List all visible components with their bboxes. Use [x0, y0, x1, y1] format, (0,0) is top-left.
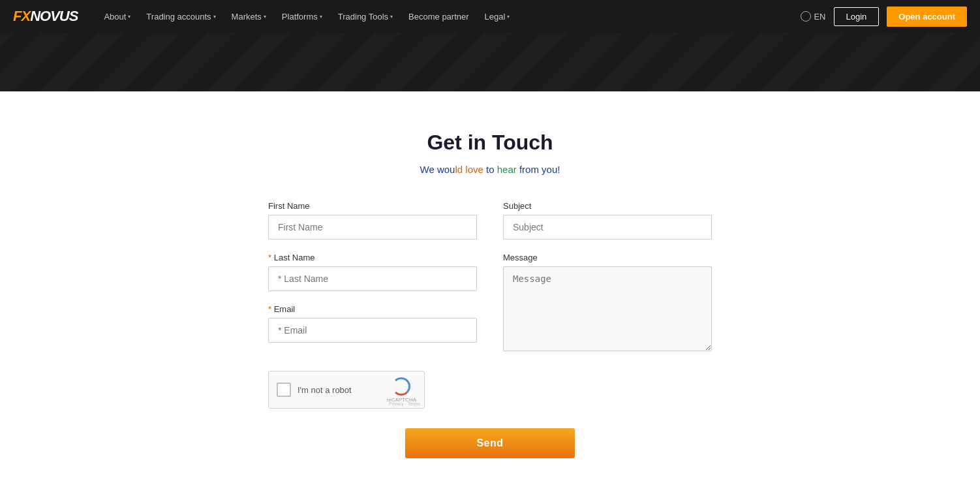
brand-logo[interactable]: FXNOVUS [13, 8, 78, 25]
nav-platforms[interactable]: Platforms ▾ [275, 0, 329, 33]
page-title: Get in Touch [268, 131, 712, 155]
navbar: FXNOVUS About ▾ Trading accounts ▾ Marke… [0, 0, 980, 33]
last-name-input[interactable] [268, 266, 477, 291]
subtitle-love: ld [455, 164, 463, 175]
email-group: * Email [268, 304, 477, 343]
message-group: Message [503, 253, 712, 351]
subtitle-from: from you! [517, 164, 560, 175]
nav-become-partner[interactable]: Become partner [402, 0, 476, 33]
last-name-label: * Last Name [268, 253, 477, 262]
recaptcha-checkbox[interactable] [277, 383, 291, 397]
recaptcha-spinner-icon [392, 377, 410, 396]
message-textarea[interactable] [503, 266, 712, 351]
nav-trading-tools[interactable]: Trading Tools ▾ [331, 0, 399, 33]
email-input[interactable] [268, 318, 477, 343]
recaptcha-privacy-text: Privacy - Terms [389, 401, 420, 406]
email-required-star: * [268, 304, 274, 314]
send-button[interactable]: Send [405, 428, 575, 458]
language-selector[interactable]: EN [801, 11, 825, 22]
first-name-group: First Name [268, 201, 477, 240]
contact-form: First Name * Last Name * Email Subject [268, 201, 712, 351]
lang-label: EN [814, 12, 825, 22]
markets-dropdown-arrow: ▾ [264, 14, 266, 20]
last-name-required-star: * [268, 253, 274, 262]
send-button-wrapper: Send [268, 428, 712, 458]
form-left-col: First Name * Last Name * Email [268, 201, 477, 351]
subtitle-hear: hear [497, 164, 517, 175]
logo-fx: FX [13, 8, 30, 25]
trading-tools-dropdown-arrow: ▾ [390, 14, 393, 20]
platforms-dropdown-arrow: ▾ [320, 14, 322, 20]
subject-label: Subject [503, 201, 712, 211]
subtitle-to2: to [483, 164, 497, 175]
trading-accounts-dropdown-arrow: ▾ [213, 14, 216, 20]
last-name-group: * Last Name [268, 253, 477, 291]
open-account-button[interactable]: Open account [887, 7, 967, 27]
recaptcha-wrapper: I'm not a robot reCAPTCHA Privacy - Term… [268, 371, 712, 409]
logo-novus: NOVUS [30, 8, 78, 25]
recaptcha-label: I'm not a robot [298, 385, 380, 395]
subtitle-we: We wou [420, 164, 455, 175]
hero-band [0, 33, 980, 91]
subject-group: Subject [503, 201, 712, 240]
about-dropdown-arrow: ▾ [128, 14, 130, 20]
recaptcha-box[interactable]: I'm not a robot reCAPTCHA Privacy - Term… [268, 371, 425, 409]
nav-menu: About ▾ Trading accounts ▾ Markets ▾ Pla… [97, 0, 801, 33]
form-container: Get in Touch We would love to hear from … [268, 131, 712, 458]
nav-legal[interactable]: Legal ▾ [478, 0, 517, 33]
form-right-col: Subject Message [503, 201, 712, 351]
nav-about[interactable]: About ▾ [97, 0, 137, 33]
nav-trading-accounts[interactable]: Trading accounts ▾ [140, 0, 222, 33]
nav-markets[interactable]: Markets ▾ [225, 0, 273, 33]
message-label: Message [503, 253, 712, 262]
globe-icon [801, 11, 811, 22]
main-content: Get in Touch We would love to hear from … [0, 91, 980, 502]
legal-dropdown-arrow: ▾ [507, 14, 510, 20]
subject-input[interactable] [503, 215, 712, 240]
navbar-right: EN Login Open account [801, 7, 967, 27]
email-label: * Email [268, 304, 477, 314]
recaptcha-logo: reCAPTCHA [387, 377, 416, 403]
subtitle: We would love to hear from you! [268, 164, 712, 175]
login-button[interactable]: Login [834, 7, 880, 26]
first-name-label: First Name [268, 201, 477, 211]
subtitle-love2: love [465, 164, 483, 175]
first-name-input[interactable] [268, 215, 477, 240]
